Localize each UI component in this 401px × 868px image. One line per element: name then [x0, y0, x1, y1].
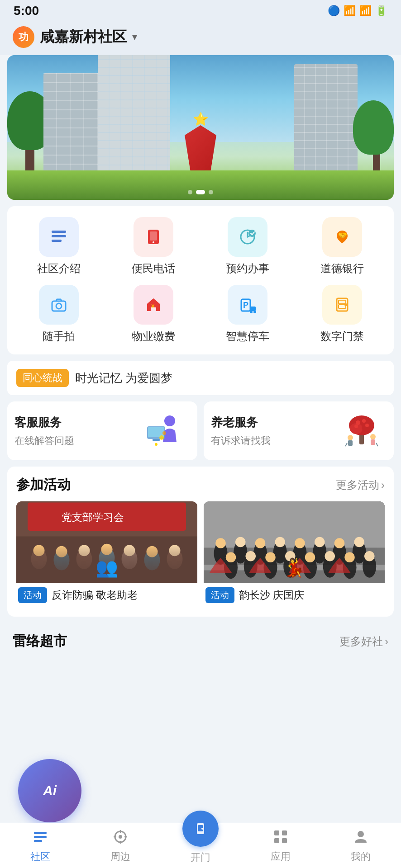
- grid-item-photo[interactable]: 随手拍: [12, 285, 106, 344]
- banner-building2: [98, 55, 170, 173]
- nav-item-apps[interactable]: 应用: [241, 823, 321, 868]
- activity-img-1: 党支部学习会: [16, 501, 197, 583]
- banner-dot-2[interactable]: [196, 190, 205, 194]
- svg-rect-2: [52, 240, 62, 242]
- svg-rect-39: [348, 440, 353, 446]
- svg-point-75: [275, 537, 286, 547]
- bank-icon: 🤝: [322, 217, 362, 257]
- svg-rect-115: [282, 838, 287, 843]
- wifi-icon: 📶: [359, 5, 372, 17]
- parking-label: 智慧停车: [226, 329, 269, 344]
- svg-rect-100: [34, 832, 47, 834]
- svg-line-40: [345, 443, 347, 446]
- activity-img-2: [204, 501, 385, 583]
- svg-point-85: [226, 552, 236, 563]
- shop-more-btn[interactable]: 更多好社 ›: [339, 634, 388, 649]
- svg-rect-101: [34, 836, 47, 838]
- svg-rect-114: [274, 838, 279, 843]
- status-icons: 🔵 📶 📶 🔋: [328, 5, 387, 17]
- app-header: 功 咸嘉新村社区 ▾: [0, 22, 401, 55]
- grid-item-phone[interactable]: 便民电话: [106, 217, 201, 276]
- activity-grid: 党支部学习会: [16, 501, 385, 608]
- grid-item-intro[interactable]: 社区介绍: [12, 217, 106, 276]
- photo-label: 随手拍: [43, 329, 75, 344]
- appt-icon: [228, 217, 267, 257]
- banner-building1: [43, 73, 102, 173]
- door-icon: [322, 285, 362, 325]
- activity-tag-1: 活动: [18, 587, 47, 603]
- svg-rect-26: [153, 439, 160, 441]
- svg-point-104: [119, 835, 122, 839]
- ai-label: Ai: [43, 783, 57, 798]
- svg-point-71: [235, 537, 246, 547]
- svg-text:党支部学习会: 党支部学习会: [62, 512, 124, 523]
- community-nav-label: 社区: [30, 850, 50, 863]
- opendoor-btn[interactable]: [182, 811, 219, 847]
- parking-icon: P: [228, 285, 267, 325]
- shop-title: 雷络超市: [13, 632, 67, 651]
- svg-text:¥: ¥: [151, 302, 155, 310]
- ai-button[interactable]: Ai: [18, 759, 81, 822]
- svg-point-116: [358, 831, 364, 837]
- banner-dot-3[interactable]: [209, 190, 213, 194]
- grid-item-property[interactable]: ¥ 物业缴费: [106, 285, 201, 344]
- svg-rect-42: [371, 439, 375, 445]
- grid-item-appt[interactable]: 预约办事: [200, 217, 295, 276]
- nav-item-opendoor[interactable]: 开门: [160, 823, 240, 868]
- banner-tree-right: [348, 91, 394, 173]
- svg-point-52: [33, 545, 45, 556]
- svg-point-36: [365, 424, 369, 427]
- service-card-elderly[interactable]: 养老服务 有诉求请找我: [204, 401, 394, 460]
- svg-point-73: [255, 538, 266, 548]
- service-card-customer[interactable]: 客服服务 在线解答问题: [7, 401, 197, 460]
- activity-card-2[interactable]: 活动 韵长沙 庆国庆: [204, 501, 385, 608]
- elderly-subtitle: 有诉求请找我: [211, 434, 271, 448]
- property-label: 物业缴费: [132, 329, 175, 344]
- svg-rect-11: [52, 301, 66, 311]
- photo-icon: [39, 285, 79, 325]
- appt-label: 预约办事: [226, 261, 269, 276]
- apps-nav-label: 应用: [271, 850, 291, 863]
- grid-item-bank[interactable]: 🤝 道德银行: [295, 217, 390, 276]
- activities-section: 参加活动 更多活动 › 党支部学习会: [7, 467, 394, 617]
- customer-subtitle: 在线解答问题: [14, 434, 74, 448]
- nav-item-nearby[interactable]: 周边: [80, 823, 160, 868]
- activities-title: 参加活动: [16, 476, 71, 494]
- svg-rect-45: [16, 537, 197, 583]
- svg-point-93: [305, 552, 315, 563]
- activities-more-label: 更多活动: [336, 478, 379, 492]
- banner-dot-1[interactable]: [188, 190, 192, 194]
- activities-more-icon: ›: [381, 479, 385, 491]
- svg-point-29: [162, 431, 166, 435]
- intro-label: 社区介绍: [37, 261, 81, 276]
- nav-item-mine[interactable]: 我的: [321, 823, 401, 868]
- svg-point-58: [101, 544, 113, 555]
- shop-more-label: 更多好社: [339, 634, 383, 649]
- apps-icon: [272, 828, 289, 847]
- monument-star: ⭐: [193, 112, 209, 127]
- bottom-nav: 社区 周边 开门: [0, 823, 401, 868]
- svg-point-87: [246, 551, 256, 561]
- grid-item-parking[interactable]: P 智慧停车: [200, 285, 295, 344]
- hero-banner[interactable]: ⭐: [7, 55, 394, 200]
- nav-item-community[interactable]: 社区: [0, 823, 80, 868]
- svg-point-77: [295, 538, 305, 548]
- banner-ground: [7, 170, 394, 200]
- nearby-nav-label: 周边: [110, 850, 130, 863]
- activity-card-1[interactable]: 党支部学习会: [16, 501, 197, 608]
- banner-scene: ⭐: [7, 55, 394, 200]
- monument-body: [185, 125, 216, 175]
- svg-point-90: [283, 555, 297, 578]
- banner-monument: ⭐: [182, 116, 219, 175]
- activities-more-btn[interactable]: 更多活动 ›: [336, 478, 385, 492]
- customer-service-text: 客服服务 在线解答问题: [14, 415, 74, 448]
- svg-rect-20: [339, 300, 346, 304]
- svg-point-37: [354, 425, 358, 428]
- community-icon: [32, 828, 49, 847]
- svg-point-91: [285, 551, 296, 561]
- property-icon: ¥: [134, 285, 173, 325]
- grid-item-door[interactable]: 数字门禁: [295, 285, 390, 344]
- chevron-down-icon[interactable]: ▾: [132, 31, 137, 43]
- banner-dots: [188, 190, 213, 194]
- tag-text: 时光记忆 为爱圆梦: [75, 370, 172, 386]
